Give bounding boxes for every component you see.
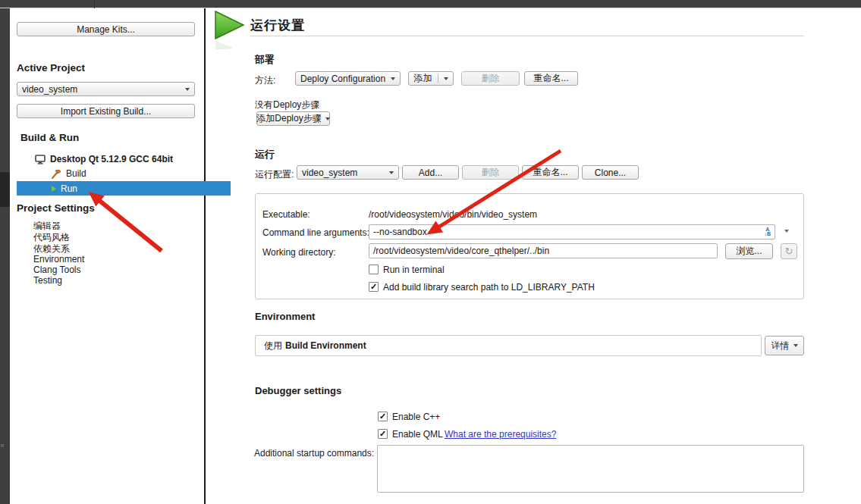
run-in-terminal-label: Run in terminal (383, 265, 445, 275)
run-config-value: video_system (302, 167, 357, 178)
qt-creator-projects-window: n Manage Kits... Active Project video_sy… (0, 0, 861, 504)
sidebar-item-environment[interactable]: Environment (33, 254, 84, 265)
environment-details-button[interactable]: 详情 (765, 336, 804, 355)
kit-label: Desktop Qt 5.12.9 GCC 64bit (50, 154, 173, 164)
deploy-add-label: 添加 (414, 72, 432, 85)
executable-label: Executable: (262, 209, 310, 220)
environment-summary-prefix: 使用 (264, 340, 282, 352)
args-history-dropdown-icon[interactable] (784, 230, 789, 233)
run-add-button[interactable]: Add... (402, 165, 459, 180)
arrow-to-run-item (98, 199, 162, 251)
enable-cpp-checkbox[interactable] (378, 412, 388, 421)
enable-cpp-label: Enable C++ (392, 412, 440, 422)
sidebar-item-clang-tools[interactable]: Clang Tools (33, 265, 80, 275)
run-add-label: Add... (419, 167, 442, 178)
startup-commands-textarea[interactable] (377, 445, 804, 493)
deploy-remove-button[interactable]: 删除 (461, 71, 520, 86)
modebar-glyph: n (1, 443, 4, 448)
mode-bar (0, 8, 10, 504)
sidebar-item-build[interactable]: Build (52, 167, 86, 180)
workdir-input[interactable]: /root/videosystem/video/core_qthelper/..… (369, 243, 718, 258)
startup-commands-label: Additional startup commands: (254, 448, 374, 459)
window-top-bar (0, 0, 861, 8)
environment-section-heading: Environment (255, 311, 315, 322)
chevron-down-icon (793, 344, 798, 347)
debugger-section-heading: Debugger settings (255, 385, 341, 396)
manage-kits-button[interactable]: Manage Kits... (17, 22, 195, 36)
deploy-rename-button[interactable]: 重命名... (524, 71, 578, 86)
browse-label: 浏览... (736, 245, 762, 258)
build-and-run-heading: Build & Run (20, 132, 79, 143)
enable-qml-checkbox[interactable] (378, 429, 388, 439)
chevron-down-icon (185, 88, 190, 91)
no-deploy-steps-label: 没有Deploy步骤 (255, 99, 319, 111)
title-underline (250, 36, 804, 36)
add-library-path-checkbox[interactable] (369, 282, 379, 292)
chevron-down-icon (444, 77, 448, 80)
active-project-heading: Active Project (17, 62, 85, 74)
executable-value: /root/videosystem/video/bin/video_system (369, 209, 537, 220)
deploy-rename-label: 重命名... (533, 72, 568, 85)
run-clone-label: Clone... (595, 167, 626, 178)
deploy-add-button[interactable]: 添加 (408, 71, 454, 86)
play-icon (52, 186, 56, 192)
args-label: Command line arguments: (262, 227, 369, 238)
chevron-down-icon (391, 77, 395, 80)
build-label: Build (66, 168, 86, 179)
insert-variable-icon[interactable]: A ↓B (764, 227, 771, 236)
monitor-icon (35, 155, 46, 164)
sidebar-divider (204, 8, 206, 504)
deploy-method-label: 方法: (255, 74, 275, 87)
add-library-path-label: Add build library search path to LD_LIBR… (383, 282, 595, 293)
environment-summary-box: 使用 Build Environment (255, 335, 762, 356)
button-split-divider (438, 74, 438, 83)
hammer-icon (52, 169, 61, 179)
details-label: 详情 (771, 340, 790, 352)
run-settings-logo-icon (213, 10, 247, 52)
project-settings-heading: Project Settings (17, 202, 95, 214)
chevron-down-icon (389, 171, 394, 174)
sidebar-item-run[interactable]: Run (17, 181, 231, 196)
run-section-heading: 运行 (255, 148, 275, 161)
run-config-select[interactable]: video_system (297, 165, 399, 180)
run-remove-button[interactable]: 删除 (462, 165, 519, 180)
reset-workdir-button[interactable]: ↻ (781, 243, 797, 259)
active-project-select[interactable]: video_system (17, 82, 195, 96)
sidebar-item-kit[interactable]: Desktop Qt 5.12.9 GCC 64bit (35, 153, 173, 165)
run-clone-button[interactable]: Clone... (582, 165, 639, 180)
modebar-selected-indicator (0, 172, 10, 207)
workdir-label: Working directory: (262, 247, 335, 258)
run-config-label: 运行配置: (255, 168, 294, 181)
args-input[interactable]: --no-sandbox A ↓B (369, 224, 775, 239)
workdir-value: /root/videosystem/video/core_qthelper/..… (373, 246, 549, 256)
deploy-method-select[interactable]: Deploy Configuration (295, 71, 401, 86)
deploy-remove-label: 删除 (482, 72, 500, 85)
add-deploy-step-button[interactable]: 添加Deploy步骤 (256, 111, 330, 126)
import-build-label: Import Existing Build... (61, 106, 151, 117)
active-project-value: video_system (22, 84, 77, 95)
chevron-down-icon (325, 117, 330, 121)
browse-button[interactable]: 浏览... (725, 243, 773, 259)
environment-summary-name: Build Environment (285, 340, 366, 351)
run-label: Run (61, 183, 77, 194)
run-rename-label: 重命名... (533, 166, 567, 179)
args-value: --no-sandbox (373, 227, 427, 237)
page-title: 运行设置 (250, 17, 305, 34)
reset-icon: ↻ (785, 246, 793, 257)
import-existing-build-button[interactable]: Import Existing Build... (17, 104, 195, 118)
deploy-section-heading: 部署 (255, 53, 275, 67)
run-rename-button[interactable]: 重命名... (522, 165, 579, 180)
enable-qml-label: Enable QML (392, 429, 443, 440)
add-deploy-step-label: 添加Deploy步骤 (256, 112, 321, 125)
deploy-method-value: Deploy Configuration (300, 74, 385, 84)
run-in-terminal-checkbox[interactable] (369, 265, 379, 274)
manage-kits-label: Manage Kits... (77, 24, 135, 35)
sidebar-item-testing[interactable]: Testing (33, 275, 62, 286)
top-bar-divider (94, 0, 95, 8)
prerequisites-link[interactable]: What are the prerequisites? (445, 429, 556, 440)
run-remove-label: 删除 (482, 166, 500, 179)
